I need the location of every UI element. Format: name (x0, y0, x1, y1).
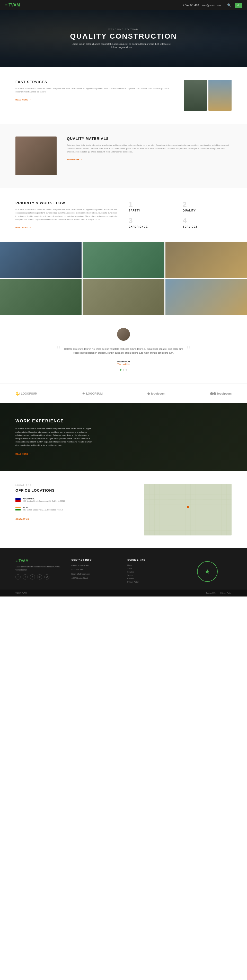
footer-contact-address: 4/987 Newton Street (71, 577, 120, 580)
work-experience-readmore[interactable]: Read More (16, 453, 31, 455)
fast-services-desc: Duis aute irure dolor in nisi when dent … (16, 87, 173, 94)
social-youtube[interactable]: yt (44, 574, 49, 579)
stat-number-safety: 1 (129, 201, 177, 208)
fast-services-images (184, 80, 231, 111)
footer-badge-col: ★ (184, 558, 232, 584)
footer-link-home[interactable]: Home (127, 564, 176, 566)
gallery-item-1[interactable] (0, 242, 82, 278)
logo-item-4[interactable]: ⬟⬟ logoipsum (210, 391, 231, 396)
header-logo[interactable]: ≡ TVAM (5, 3, 20, 8)
footer-logo-icon: ≡ (16, 558, 17, 563)
quality-materials-text: QUALITY MATERIALS Duis aute irure dolor … (67, 137, 231, 161)
logo-name-4: logoipsum (217, 392, 231, 395)
dot-2[interactable] (123, 369, 124, 371)
logo-text: TVAM (8, 3, 20, 8)
map-pin (187, 506, 189, 508)
priority-readmore[interactable]: Read More (16, 226, 31, 229)
office-locations-text: LOCATIONS OFFICE LOCATIONS AUSTRALIA 2/6… (16, 484, 136, 535)
social-twitter[interactable]: t (23, 574, 28, 579)
footer-link-services[interactable]: Services (127, 571, 176, 573)
flag-india (16, 507, 21, 511)
header-cta-button[interactable]: iti (235, 3, 242, 8)
logo-item-3[interactable]: ◆ logoipsum (147, 391, 165, 396)
social-facebook[interactable]: f (16, 574, 21, 579)
footer-link-contact[interactable]: Contact (127, 578, 176, 579)
logo-name-1: LOGOPSUM (21, 392, 37, 395)
social-linkedin[interactable]: in (30, 574, 35, 579)
footer-link-works[interactable]: Works (127, 574, 176, 576)
quality-materials-image (16, 137, 57, 175)
office-locations-label: LOCATIONS (16, 484, 136, 486)
logo-icon-3: ◆ (147, 391, 150, 396)
fast-services-title: FAST SERVICES (16, 80, 173, 84)
header-right: +724-921-400 ivan@tvam.com 🔍 iti (183, 3, 242, 8)
work-experience-desc: Duis aute irure dolor in nisi when dent … (16, 427, 93, 447)
contact-us-link[interactable]: Contact Us (16, 518, 32, 520)
gallery-item-4[interactable] (0, 279, 82, 315)
office-india-country: INDIA (23, 506, 63, 509)
gallery-item-3[interactable] (165, 242, 247, 278)
map-grid (144, 484, 231, 535)
work-experience-section: WORK EXPERIENCE Duis aute irure dolor in… (0, 403, 247, 471)
logos-section: 🔱 LOGOPSUM ✦ LOGOPSUM ◆ logoipsum ⬟⬟ log… (0, 383, 247, 403)
footer-link-privacy[interactable]: Privacy Policy (127, 581, 176, 583)
footer-social: f t in g+ yt (16, 574, 64, 579)
testimonial-section: " Dolaroe aute irure dolor in nisi when … (0, 315, 247, 383)
footer-logo[interactable]: ≡ TVAM (16, 558, 64, 563)
search-icon[interactable]: 🔍 (227, 3, 231, 7)
footer-badge: ★ (197, 561, 218, 582)
quality-materials-readmore[interactable]: Read More (67, 158, 82, 161)
stat-number-services: 4 (183, 217, 231, 224)
office-locations-section: LOCATIONS OFFICE LOCATIONS AUSTRALIA 2/6… (0, 471, 247, 548)
office-australia-country: AUSTRALIA (23, 498, 65, 500)
footer-email: Email: info@email.com (71, 573, 120, 576)
gallery-item-6[interactable] (165, 279, 247, 315)
hero-subtitle: Lorem ipsum dolor sit amet, consectetur … (70, 43, 173, 49)
priority-section: PRIORITY & WORK FLOW Duis aute irure dol… (0, 188, 247, 242)
work-experience-title: WORK EXPERIENCE (16, 419, 231, 423)
social-googleplus[interactable]: g+ (37, 574, 42, 579)
testimonial-text: Dolaroe aute irure dolor in nisi when de… (60, 347, 187, 355)
footer-bottom: © 2017 TVAM Terms of Use Privacy Policy (0, 590, 247, 597)
dot-3[interactable] (125, 369, 127, 371)
stat-number-experience: 3 (129, 217, 177, 224)
stat-item-services: 4 SERVICES (183, 217, 231, 228)
footer-privacy-link[interactable]: Privacy Policy (220, 592, 231, 594)
fast-services-section: FAST SERVICES Duis aute irure dolor in n… (0, 67, 247, 124)
footer-address: 4/987 Newton Street Charlottesville Cali… (16, 565, 64, 572)
quality-materials-desc: Duis aute irure dolor in nisi when dent … (67, 144, 231, 153)
quality-materials-title: QUALITY MATERIALS (67, 137, 231, 141)
logo-icon-2: ✦ (82, 391, 85, 396)
logo-item-1[interactable]: 🔱 LOGOPSUM (16, 391, 37, 396)
fast-services-text: FAST SERVICES Duis aute irure dolor in n… (16, 80, 173, 102)
stat-item-quality: 2 QUALITY (183, 201, 231, 212)
dot-1[interactable] (120, 369, 122, 371)
stat-item-experience: 3 EXPERIENCE (129, 217, 177, 228)
gallery-section (0, 242, 247, 315)
office-locations-title: OFFICE LOCATIONS (16, 488, 136, 492)
footer-contact: CONTACT INFO Phone: +123-456-890 +123-45… (71, 558, 120, 584)
map[interactable] (144, 484, 231, 535)
stat-label-quality: QUALITY (183, 209, 231, 212)
footer-link-about[interactable]: About (127, 568, 176, 570)
footer-brand: ≡ TVAM 4/987 Newton Street Charlottesvil… (16, 558, 64, 584)
hero-section: Welcome to TVAM QUALITY CONSTRUCTION Lor… (0, 10, 247, 67)
gallery-item-5[interactable] (82, 279, 164, 315)
logo-name-2: LOGOPSUM (86, 392, 103, 395)
fast-services-readmore[interactable]: Read More (16, 99, 31, 101)
testimonial-avatar (117, 328, 130, 341)
footer-copyright: © 2017 TVAM (16, 592, 27, 594)
header: ≡ TVAM +724-921-400 ivan@tvam.com 🔍 iti (0, 0, 247, 10)
stat-label-services: SERVICES (183, 225, 231, 228)
testimonial-name: SUZEN DOE (16, 360, 231, 363)
quote-open: " (57, 345, 60, 358)
gallery-item-2[interactable] (82, 242, 164, 278)
hero-welcome: Welcome to TVAM (70, 28, 177, 31)
footer-terms-link[interactable]: Terms of Use (206, 592, 216, 594)
logo-item-2[interactable]: ✦ LOGOPSUM (82, 391, 103, 396)
footer-phone: Phone: +123-456-890 (71, 564, 120, 567)
header-email: ivan@tvam.com (202, 4, 221, 7)
bridge-image-1 (208, 80, 231, 111)
hero-content: Welcome to TVAM QUALITY CONSTRUCTION Lor… (70, 28, 177, 49)
testimonial-role: Title - subtitle (16, 363, 231, 365)
